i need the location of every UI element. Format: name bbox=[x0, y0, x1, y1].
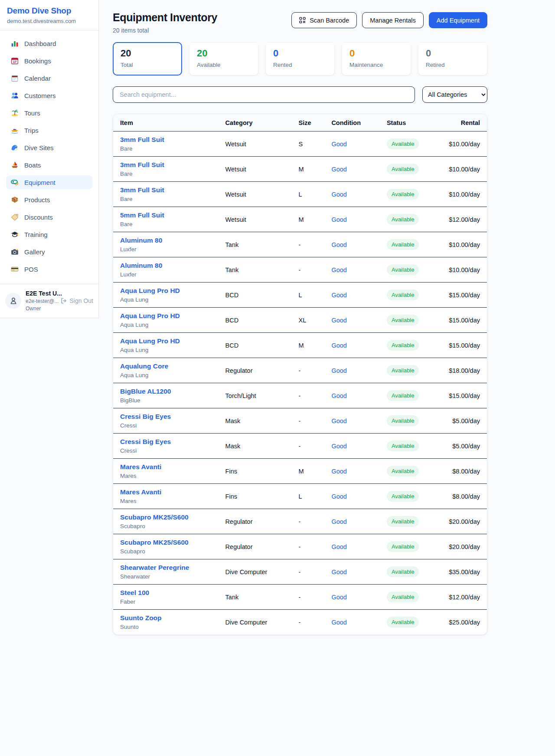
condition-link[interactable]: Good bbox=[331, 191, 346, 198]
condition-link[interactable]: Good bbox=[331, 569, 346, 575]
sidebar-item-customers[interactable]: Customers bbox=[6, 89, 92, 102]
stat-value: 0 bbox=[273, 48, 327, 59]
stat-card-rented[interactable]: 0Rented bbox=[265, 42, 335, 76]
condition-link[interactable]: Good bbox=[331, 443, 346, 450]
condition-link[interactable]: Good bbox=[331, 166, 346, 173]
rental-value: $15.00/day bbox=[444, 308, 487, 333]
size-value: - bbox=[299, 569, 301, 575]
item-link[interactable]: Shearwater Peregrine bbox=[120, 564, 189, 572]
condition-link[interactable]: Good bbox=[331, 619, 346, 626]
sidebar-item-trips[interactable]: Trips bbox=[6, 123, 92, 137]
condition-link[interactable]: Good bbox=[331, 367, 346, 374]
app-title[interactable]: Demo Dive Shop bbox=[7, 6, 91, 16]
condition-link[interactable]: Good bbox=[331, 392, 346, 399]
table-row: Aqua Lung Pro HDAqua LungBCDMGoodAvailab… bbox=[113, 333, 487, 358]
status-cell: Available bbox=[387, 257, 444, 283]
search-input[interactable] bbox=[113, 86, 415, 103]
condition-link[interactable]: Good bbox=[331, 317, 346, 324]
category-cell: Tank bbox=[225, 585, 299, 610]
item-link[interactable]: Aluminum 80 bbox=[120, 237, 162, 244]
sign-out-button[interactable]: Sign Out bbox=[60, 297, 93, 304]
item-link[interactable]: Aqualung Core bbox=[120, 362, 168, 370]
condition-link[interactable]: Good bbox=[331, 518, 346, 525]
scan-barcode-button[interactable]: Scan Barcode bbox=[291, 12, 357, 28]
sidebar-item-training[interactable]: Training bbox=[6, 227, 92, 241]
rental-value: $15.00/day bbox=[444, 383, 487, 408]
stat-label: Retired bbox=[426, 62, 480, 68]
status-badge: Available bbox=[387, 592, 419, 602]
sidebar-item-calendar[interactable]: Calendar bbox=[6, 71, 92, 85]
size-value: - bbox=[299, 543, 301, 550]
sidebar-item-pos[interactable]: POS bbox=[6, 262, 92, 276]
header-actions: Scan Barcode Manage Rentals Add Equipmen… bbox=[291, 12, 487, 28]
stat-card-retired[interactable]: 0Retired bbox=[418, 42, 487, 76]
condition-link[interactable]: Good bbox=[331, 493, 346, 500]
item-cell: 3mm Full SuitBare bbox=[113, 157, 225, 182]
item-link[interactable]: Aluminum 80 bbox=[120, 262, 162, 270]
condition-link[interactable]: Good bbox=[331, 468, 346, 475]
status-badge: Available bbox=[387, 566, 419, 577]
condition-cell: Good bbox=[331, 509, 387, 534]
condition-link[interactable]: Good bbox=[331, 216, 346, 223]
item-link[interactable]: Scubapro MK25/S600 bbox=[120, 539, 189, 546]
filter-row: All Categories bbox=[113, 86, 487, 103]
item-link[interactable]: Cressi Big Eyes bbox=[120, 413, 171, 421]
sidebar-item-discounts[interactable]: Discounts bbox=[6, 210, 92, 224]
stat-card-maintenance[interactable]: 0Maintenance bbox=[342, 42, 411, 76]
item-link[interactable]: Aqua Lung Pro HD bbox=[120, 312, 180, 320]
add-equipment-button[interactable]: Add Equipment bbox=[429, 12, 487, 28]
condition-link[interactable]: Good bbox=[331, 241, 346, 248]
condition-link[interactable]: Good bbox=[331, 417, 346, 424]
condition-link[interactable]: Good bbox=[331, 292, 346, 299]
condition-link[interactable]: Good bbox=[331, 342, 346, 349]
item-link[interactable]: Steel 100 bbox=[120, 589, 149, 597]
item-link[interactable]: Suunto Zoop bbox=[120, 614, 162, 622]
item-link[interactable]: 3mm Full Suit bbox=[120, 161, 164, 169]
sidebar-item-dive-sites[interactable]: Dive Sites bbox=[6, 141, 92, 154]
manage-rentals-button[interactable]: Manage Rentals bbox=[362, 12, 424, 28]
category-value: Wetsuit bbox=[225, 166, 246, 173]
size-cell: L bbox=[299, 484, 332, 509]
condition-link[interactable]: Good bbox=[331, 594, 346, 601]
condition-link[interactable]: Good bbox=[331, 141, 346, 148]
status-cell: Available bbox=[387, 308, 444, 333]
item-link[interactable]: Cressi Big Eyes bbox=[120, 438, 171, 446]
size-cell: XL bbox=[299, 308, 332, 333]
category-value: Fins bbox=[225, 468, 237, 475]
item-link[interactable]: Scubapro MK25/S600 bbox=[120, 513, 189, 521]
status-cell: Available bbox=[387, 559, 444, 585]
pos-icon bbox=[11, 265, 19, 273]
item-link[interactable]: Aqua Lung Pro HD bbox=[120, 337, 180, 345]
sidebar-item-label: Products bbox=[24, 196, 50, 204]
item-link[interactable]: 5mm Full Suit bbox=[120, 211, 164, 219]
item-link[interactable]: 3mm Full Suit bbox=[120, 136, 164, 144]
sidebar-item-dashboard[interactable]: Dashboard bbox=[6, 36, 92, 50]
sidebar-item-gallery[interactable]: Gallery bbox=[6, 245, 92, 259]
size-value: - bbox=[299, 392, 301, 399]
customers-icon bbox=[11, 92, 19, 99]
sidebar-item-tours[interactable]: Tours bbox=[6, 106, 92, 120]
item-link[interactable]: Mares Avanti bbox=[120, 488, 161, 496]
sidebar-item-boats[interactable]: Boats bbox=[6, 158, 92, 172]
item-link[interactable]: Mares Avanti bbox=[120, 463, 161, 471]
table-row: Aqua Lung Pro HDAqua LungBCDLGoodAvailab… bbox=[113, 283, 487, 308]
sidebar-item-label: Customers bbox=[24, 92, 56, 99]
status-badge: Available bbox=[387, 164, 419, 174]
sidebar-item-bookings[interactable]: 17Bookings bbox=[6, 54, 92, 68]
rental-value: $20.00/day bbox=[444, 534, 487, 559]
status-cell: Available bbox=[387, 182, 444, 207]
stat-card-available[interactable]: 20Available bbox=[189, 42, 258, 76]
item-link[interactable]: 3mm Full Suit bbox=[120, 186, 164, 194]
sidebar-item-equipment[interactable]: Equipment bbox=[6, 175, 92, 189]
item-link[interactable]: Aqua Lung Pro HD bbox=[120, 287, 180, 295]
person-icon bbox=[9, 296, 18, 305]
item-link[interactable]: BigBlue AL1200 bbox=[120, 388, 171, 395]
sidebar-item-products[interactable]: Products bbox=[6, 193, 92, 207]
stat-card-total[interactable]: 20Total bbox=[113, 42, 182, 76]
size-value: - bbox=[299, 241, 301, 248]
item-cell: Cressi Big EyesCressi bbox=[113, 434, 225, 459]
condition-link[interactable]: Good bbox=[331, 543, 346, 550]
condition-link[interactable]: Good bbox=[331, 266, 346, 273]
category-select[interactable]: All Categories bbox=[422, 86, 487, 103]
stat-value: 0 bbox=[426, 48, 480, 59]
